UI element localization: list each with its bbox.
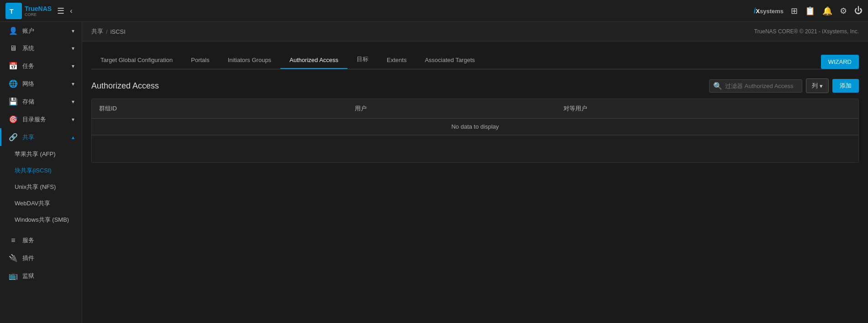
search-icon: 🔍 <box>713 82 722 90</box>
directory-icon: 🎯 <box>9 115 18 124</box>
breadcrumb-part-iscsi: iSCSI <box>110 28 126 35</box>
breadcrumb: 共享 / iSCSI TrueNAS CORE® © 2021 - iXsyst… <box>82 22 868 42</box>
topbar: T TrueNAS CORE ☰ ‹ iXsystems ⊞ 📋 🔔 ⚙ ⏻ <box>0 0 868 22</box>
sidebar-sub-item-iscsi[interactable]: 块共享(iSCSI) <box>0 162 82 179</box>
sidebar-item-tasks[interactable]: 📅 任务 ▾ <box>0 57 82 75</box>
filter-box[interactable]: 🔍 <box>709 79 802 93</box>
network-icon: 🌐 <box>9 79 18 88</box>
chevron-down-icon: ▾ <box>72 99 74 105</box>
apps-icon[interactable]: ⊞ <box>791 6 798 16</box>
settings-icon[interactable]: ⚙ <box>840 6 847 16</box>
breadcrumb-path: 共享 / iSCSI <box>91 27 126 36</box>
tab-extents[interactable]: Extents <box>378 52 416 69</box>
sidebar-sub-label: Unix共享 (NFS) <box>15 183 56 191</box>
hamburger-button[interactable]: ☰ <box>57 6 64 16</box>
logo: T TrueNAS CORE <box>5 3 52 19</box>
sidebar-item-sharing[interactable]: 🔗 共享 ▴ <box>0 128 82 146</box>
columns-button[interactable]: 列 ▾ <box>806 78 829 93</box>
sidebar-item-label: 共享 <box>22 133 34 141</box>
tasks-icon: 📅 <box>9 62 18 70</box>
ixsystems-logo: iXsystems <box>754 7 784 15</box>
sidebar-sub-item-smb[interactable]: Windows共享 (SMB) <box>0 212 82 228</box>
sidebar-sub-label: 块共享(iSCSI) <box>15 167 52 175</box>
sidebar-item-label: 监狱 <box>22 272 34 280</box>
table-header-row: 群组ID 用户 对等用户 <box>92 99 858 119</box>
sidebar-item-storage[interactable]: 💾 存储 ▾ <box>0 93 82 110</box>
tab-targets[interactable]: 目标 <box>347 51 378 69</box>
tab-initiators-groups[interactable]: Initiators Groups <box>219 52 280 69</box>
no-data-row: No data to display <box>92 119 858 135</box>
logo-icon: T <box>5 3 22 19</box>
sidebar-item-label: 账户 <box>22 27 34 35</box>
sidebar-sub-item-afp[interactable]: 苹果共享 (AFP) <box>0 146 82 162</box>
sidebar-sub-label: 苹果共享 (AFP) <box>15 150 56 158</box>
search-input[interactable] <box>725 83 798 89</box>
page-content: Target Global Configuration Portals Init… <box>82 42 868 323</box>
no-data-cell: No data to display <box>92 119 858 135</box>
chevron-down-icon: ▾ <box>72 81 74 87</box>
bell-icon[interactable]: 🔔 <box>822 6 832 16</box>
content-area: 共享 / iSCSI TrueNAS CORE® © 2021 - iXsyst… <box>82 22 868 323</box>
sidebar-sub-item-webdav[interactable]: WebDAV共享 <box>0 195 82 212</box>
sidebar-item-system[interactable]: 🖥 系统 ▾ <box>0 40 82 57</box>
back-button[interactable]: ‹ <box>70 7 72 15</box>
topbar-right: iXsystems ⊞ 📋 🔔 ⚙ ⏻ <box>754 6 863 16</box>
logo-name: TrueNAS <box>25 5 52 12</box>
sidebar-sub-item-nfs[interactable]: Unix共享 (NFS) <box>0 179 82 195</box>
breadcrumb-separator: / <box>106 28 108 35</box>
sharing-icon: 🔗 <box>9 133 18 141</box>
col-user: 用户 <box>347 99 556 119</box>
topbar-left: T TrueNAS CORE ☰ ‹ <box>5 3 72 19</box>
jail-icon: 📺 <box>9 271 18 280</box>
plugins-icon: 🔌 <box>9 254 18 262</box>
authorized-access-table: 群组ID 用户 对等用户 No data to display <box>92 99 858 135</box>
col-peer-user: 对等用户 <box>556 99 858 119</box>
sidebar-item-plugins[interactable]: 🔌 插件 <box>0 249 82 267</box>
section-title: Authorized Access <box>91 81 159 91</box>
main-layout: 👤 账户 ▾ 🖥 系统 ▾ 📅 任务 ▾ 🌐 网络 ▾ 💾 存储 ▾ 🎯 目录服… <box>0 22 868 323</box>
sidebar-item-services[interactable]: ≡ 服务 <box>0 232 82 249</box>
tab-target-global[interactable]: Target Global Configuration <box>91 52 182 69</box>
columns-btn-label: 列 <box>812 82 818 90</box>
sidebar-sub-label: Windows共享 (SMB) <box>15 216 69 224</box>
table-footer-space <box>92 135 858 162</box>
data-table-wrapper: 群组ID 用户 对等用户 No data to display <box>91 99 859 163</box>
add-button[interactable]: 添加 <box>832 79 859 93</box>
col-group-id: 群组ID <box>92 99 347 119</box>
sidebar-item-account[interactable]: 👤 账户 ▾ <box>0 22 82 40</box>
sidebar-item-label: 插件 <box>22 254 34 262</box>
logo-text-block: TrueNAS CORE <box>25 5 52 17</box>
tabs-row: Target Global Configuration Portals Init… <box>91 51 859 69</box>
sidebar-item-label: 存储 <box>22 98 34 106</box>
power-icon[interactable]: ⏻ <box>854 6 863 16</box>
wizard-button[interactable]: WIZARD <box>821 55 859 69</box>
sidebar-item-label: 服务 <box>22 236 34 245</box>
sidebar-item-directory[interactable]: 🎯 目录服务 ▾ <box>0 110 82 128</box>
storage-icon: 💾 <box>9 97 18 106</box>
breadcrumb-part-sharing: 共享 <box>91 27 103 36</box>
brand-text: TrueNAS CORE® © 2021 - iXsystems, Inc. <box>754 28 859 35</box>
tab-associated-targets[interactable]: Associated Targets <box>416 52 484 69</box>
chevron-down-icon: ▾ <box>72 116 74 123</box>
tab-authorized-access[interactable]: Authorized Access <box>280 52 347 69</box>
sidebar-item-label: 系统 <box>22 44 34 52</box>
system-icon: 🖥 <box>9 44 18 52</box>
sidebar-item-label: 目录服务 <box>22 115 46 124</box>
sidebar-sub-label: WebDAV共享 <box>15 199 50 208</box>
chevron-down-icon: ▾ <box>820 83 823 89</box>
sidebar-item-label: 网络 <box>22 80 34 88</box>
section-header: Authorized Access 🔍 列 ▾ 添加 <box>91 78 859 93</box>
tabs-group: Target Global Configuration Portals Init… <box>91 51 821 69</box>
tab-portals[interactable]: Portals <box>182 52 218 69</box>
sidebar-item-jail[interactable]: 📺 监狱 <box>0 267 82 285</box>
chevron-down-icon: ▾ <box>72 28 74 34</box>
account-icon: 👤 <box>9 26 18 35</box>
sidebar: 👤 账户 ▾ 🖥 系统 ▾ 📅 任务 ▾ 🌐 网络 ▾ 💾 存储 ▾ 🎯 目录服… <box>0 22 82 323</box>
svg-text:T: T <box>10 8 14 15</box>
sidebar-item-network[interactable]: 🌐 网络 ▾ <box>0 75 82 93</box>
chevron-down-icon: ▾ <box>72 45 74 52</box>
section-actions: 🔍 列 ▾ 添加 <box>709 78 859 93</box>
clipboard-icon[interactable]: 📋 <box>805 6 815 16</box>
chevron-down-icon: ▾ <box>72 63 74 69</box>
sidebar-item-label: 任务 <box>22 62 34 70</box>
